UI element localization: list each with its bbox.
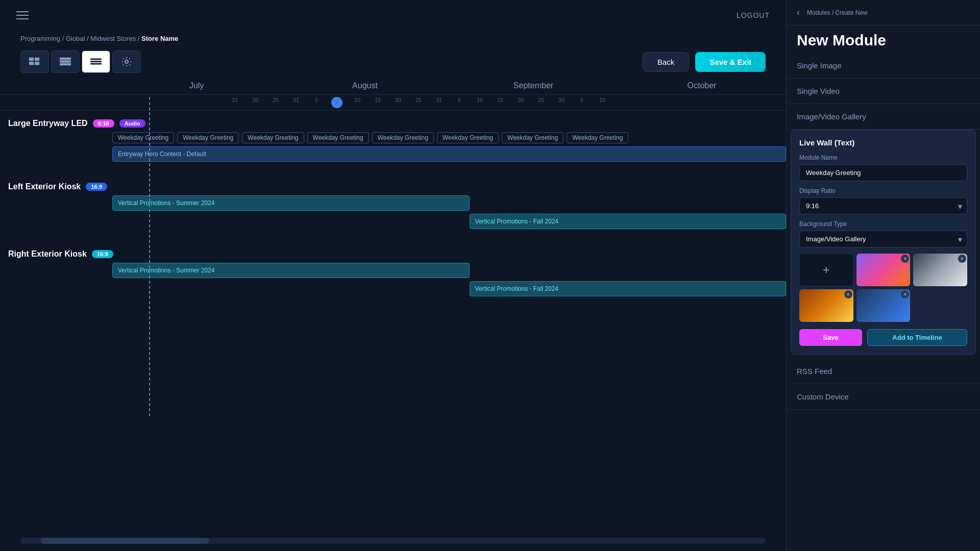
- menu-button[interactable]: [16, 11, 29, 19]
- toolbar-left: [20, 51, 141, 73]
- badge-169-right: 16:9: [92, 250, 113, 258]
- save-form-button[interactable]: Save: [799, 329, 862, 346]
- grid-icon: [29, 57, 40, 66]
- greeting-chip-4[interactable]: Weekday Greeting: [307, 132, 369, 143]
- gallery-close-2[interactable]: ×: [958, 255, 966, 263]
- save-exit-button[interactable]: Save & Exit: [695, 52, 766, 72]
- layout2-button[interactable]: [51, 51, 80, 73]
- day-30: 30: [551, 97, 572, 108]
- greeting-chip-2[interactable]: Weekday Greeting: [177, 132, 239, 143]
- day-31a: 31: [286, 97, 306, 108]
- background-type-wrapper: Image/Video Gallery Single Image Single …: [799, 231, 967, 247]
- gallery-item-3[interactable]: ×: [799, 289, 853, 322]
- svg-rect-0: [29, 58, 34, 61]
- svg-rect-6: [60, 63, 71, 66]
- timeline-container: July August September October 15 20 25 3…: [0, 81, 786, 551]
- gallery-item-1[interactable]: ×: [856, 254, 911, 286]
- right-fall-event[interactable]: Vertical Promotions - Fall 2024: [470, 281, 786, 296]
- day-25b: 25: [408, 97, 429, 108]
- device-name-right: Right Exterior Kiosk: [8, 249, 87, 259]
- svg-rect-5: [60, 60, 71, 63]
- device-name-left: Left Exterior Kiosk: [8, 182, 81, 191]
- svg-rect-2: [29, 62, 34, 65]
- greeting-chip-3[interactable]: Weekday Greeting: [242, 132, 304, 143]
- day-10b: 10: [470, 97, 490, 108]
- layout1-button[interactable]: [20, 51, 49, 73]
- logout-button[interactable]: LOGOUT: [737, 11, 770, 19]
- greeting-chip-5[interactable]: Weekday Greeting: [372, 132, 434, 143]
- day-10a: 10: [347, 97, 368, 108]
- greeting-chips-row: Weekday Greeting Weekday Greeting Weekda…: [0, 132, 786, 143]
- month-july: July: [112, 81, 281, 90]
- day-20c: 20: [510, 97, 531, 108]
- right-kiosk-fall-row: Vertical Promotions - Fall 2024: [0, 281, 786, 296]
- day-20b: 20: [388, 97, 408, 108]
- left-summer-event[interactable]: Vertical Promotions - Summer 2024: [112, 195, 470, 211]
- left-kiosk-summer-row: Vertical Promotions - Summer 2024: [0, 195, 786, 211]
- module-type-custom-device[interactable]: Custom Device: [787, 384, 980, 410]
- badge-916-entryway: 9:16: [93, 119, 114, 128]
- greeting-chip-8[interactable]: Weekday Greeting: [567, 132, 628, 143]
- day-5c: 5: [572, 97, 592, 108]
- toolbar: Back Save & Exit: [0, 46, 786, 77]
- right-panel: ‹ Modules / Create New New Module Single…: [786, 0, 980, 551]
- gallery-add-button[interactable]: +: [799, 254, 853, 286]
- entryway-hero-event[interactable]: Entryway Hero Content - Default: [112, 146, 786, 162]
- breadcrumb: Programming / Global / Midwest Stores / …: [0, 31, 786, 46]
- month-headers: July August September October: [0, 81, 786, 95]
- greeting-chip-6[interactable]: Weekday Greeting: [437, 132, 499, 143]
- day-15: 15: [225, 97, 245, 108]
- day-25c: 25: [531, 97, 551, 108]
- timeline-icon: [90, 58, 102, 65]
- module-name-input[interactable]: [799, 164, 967, 181]
- gallery-close-3[interactable]: ×: [844, 290, 852, 298]
- display-ratio-select[interactable]: 9:16 16:9 4:3: [799, 197, 967, 214]
- panel-back-button[interactable]: ‹: [797, 7, 800, 18]
- module-type-rss-feed[interactable]: RSS Feed: [787, 359, 980, 384]
- panel-header: ‹ Modules / Create New: [787, 0, 980, 26]
- day-5b: 5: [449, 97, 470, 108]
- svg-rect-8: [90, 61, 102, 62]
- module-type-single-image[interactable]: Single Image: [787, 53, 980, 79]
- module-type-single-video[interactable]: Single Video: [787, 79, 980, 104]
- greeting-chip-7[interactable]: Weekday Greeting: [502, 132, 564, 143]
- left-fall-event[interactable]: Vertical Promotions - Fall 2024: [470, 214, 786, 229]
- device-row-entryway: Large Entryway LED 9:16 Audio Weekday Gr…: [0, 115, 786, 162]
- scrollbar-thumb[interactable]: [41, 538, 209, 544]
- day-10c: 10: [592, 97, 612, 108]
- svg-rect-9: [90, 63, 102, 65]
- greeting-chip-1[interactable]: Weekday Greeting: [112, 132, 174, 143]
- day-25a: 25: [265, 97, 286, 108]
- breadcrumb-midwest[interactable]: Midwest Stores: [90, 35, 136, 42]
- settings-button[interactable]: [112, 51, 141, 73]
- day-15a: 15: [368, 97, 388, 108]
- layout3-button[interactable]: [82, 51, 110, 73]
- background-type-label: Background Type: [799, 220, 967, 228]
- back-button[interactable]: Back: [643, 52, 689, 72]
- gallery-grid: + × × × ×: [799, 254, 967, 322]
- add-timeline-button[interactable]: Add to Timeline: [867, 329, 967, 346]
- module-name-label: Module Name: [799, 154, 967, 161]
- badge-audio-entryway: Audio: [119, 119, 145, 128]
- device-header-entryway: Large Entryway LED 9:16 Audio: [0, 115, 786, 132]
- right-summer-event[interactable]: Vertical Promotions - Summer 2024: [112, 263, 470, 278]
- month-october: October: [618, 81, 786, 90]
- left-kiosk-fall-row: Vertical Promotions - Fall 2024: [0, 214, 786, 229]
- right-kiosk-summer-row: Vertical Promotions - Summer 2024: [0, 263, 786, 278]
- gallery-item-2[interactable]: ×: [913, 254, 967, 286]
- timeline-scrollbar[interactable]: [20, 538, 766, 544]
- day-20a: 20: [245, 97, 265, 108]
- day-today: 8: [327, 97, 347, 108]
- breadcrumb-global[interactable]: Global: [66, 35, 85, 42]
- gallery-item-4[interactable]: ×: [856, 289, 911, 322]
- svg-rect-4: [60, 58, 71, 60]
- device-row-left: Left Exterior Kiosk 16:9 Vertical Promot…: [0, 178, 786, 229]
- svg-rect-7: [90, 59, 102, 60]
- background-type-select[interactable]: Image/Video Gallery Single Image Single …: [799, 231, 967, 247]
- month-august: August: [281, 81, 449, 90]
- module-type-gallery[interactable]: Image/Video Gallery: [787, 104, 980, 130]
- device-name-entryway: Large Entryway LED: [8, 119, 88, 128]
- breadcrumb-programming[interactable]: Programming: [20, 35, 60, 42]
- plus-icon: +: [823, 263, 830, 277]
- device-header-right: Right Exterior Kiosk 16:9: [0, 245, 786, 263]
